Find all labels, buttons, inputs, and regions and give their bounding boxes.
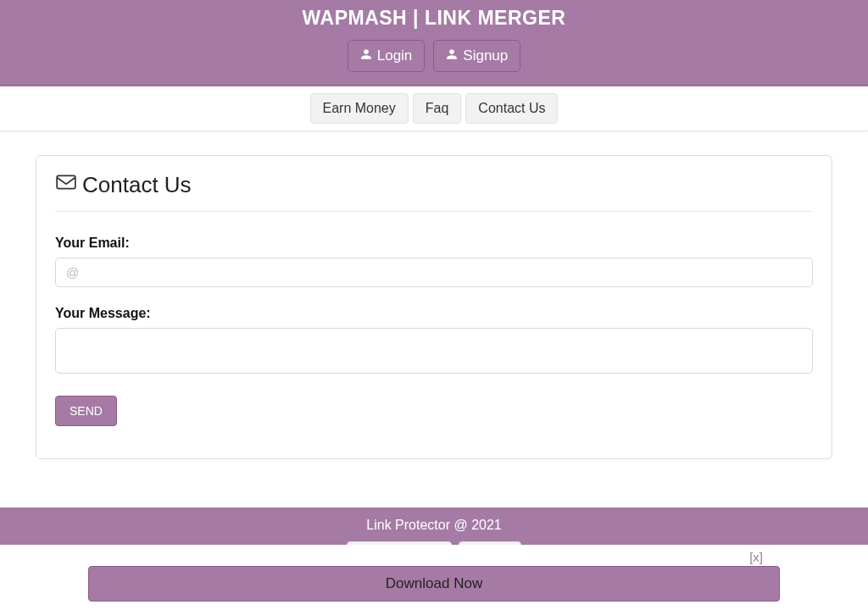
login-label: Login [377, 47, 413, 64]
nav-group: Earn Money Faq Contact Us [310, 93, 559, 124]
signup-label: Signup [463, 47, 508, 64]
signup-button[interactable]: Signup [433, 40, 520, 72]
card-title-row: Contact Us [55, 171, 813, 212]
nav-faq[interactable]: Faq [413, 93, 462, 124]
email-label: Your Email: [55, 236, 813, 251]
main-content: Contact Us Your Email: Your Message: SEN… [0, 131, 868, 473]
send-button[interactable]: SEND [55, 396, 117, 426]
ad-close-button[interactable]: [x] [7, 550, 861, 564]
footer-copyright: Link Protector @ 2021 [0, 518, 868, 533]
top-header: WAPMASH | LINK MERGER Login Signup [0, 0, 868, 86]
user-icon [360, 47, 372, 64]
message-label: Your Message: [55, 306, 813, 321]
envelope-icon [55, 171, 77, 199]
contact-card: Contact Us Your Email: Your Message: SEN… [36, 155, 832, 459]
login-button[interactable]: Login [348, 40, 426, 72]
email-input[interactable] [55, 258, 813, 287]
nav-earn-money[interactable]: Earn Money [310, 93, 409, 124]
card-title-text: Contact Us [82, 172, 192, 198]
message-textarea[interactable] [55, 328, 813, 374]
nav-contact-us[interactable]: Contact Us [465, 93, 558, 124]
site-title: WAPMASH | LINK MERGER [0, 7, 868, 30]
user-icon [446, 47, 458, 64]
svg-rect-0 [57, 175, 75, 188]
auth-buttons-row: Login Signup [0, 40, 868, 72]
nav-bar: Earn Money Faq Contact Us [0, 86, 868, 131]
ad-overlay: [x] Download Now [0, 545, 868, 610]
download-now-button[interactable]: Download Now [88, 566, 780, 602]
